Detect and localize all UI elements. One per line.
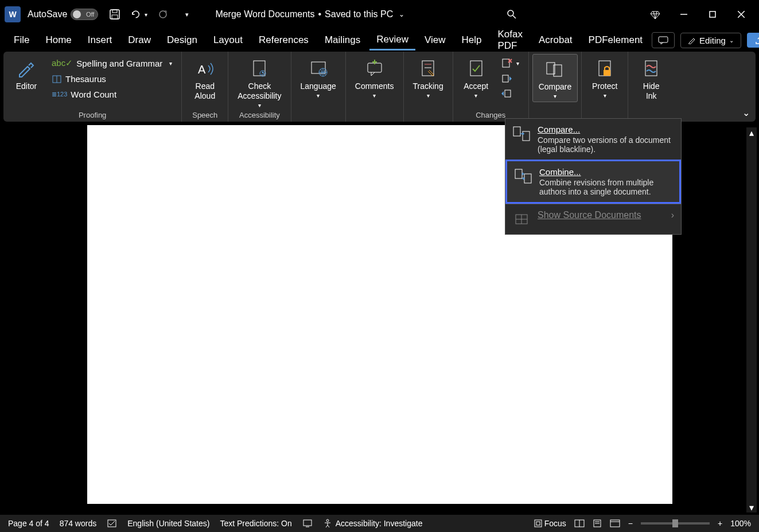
language-button[interactable]: Language ▾ xyxy=(295,54,342,101)
svg-rect-25 xyxy=(470,61,482,76)
editor-icon xyxy=(16,56,37,81)
status-bar: Page 4 of 4 874 words English (United St… xyxy=(0,515,759,532)
accept-icon xyxy=(466,56,486,81)
minimize-button[interactable] xyxy=(671,4,697,25)
svg-rect-39 xyxy=(524,174,531,183)
compare-menu-icon xyxy=(512,125,531,143)
spelling-grammar-button[interactable]: abc✓ Spelling and Grammar ▾ xyxy=(48,56,176,70)
tracking-button[interactable]: Tracking ▾ xyxy=(407,54,449,101)
scroll-up-button[interactable]: ▴ xyxy=(746,127,757,138)
toggle-knob xyxy=(73,10,81,18)
compare-button[interactable]: Compare ▾ xyxy=(532,54,578,102)
comments-button[interactable]: Comments ▾ xyxy=(349,54,400,101)
word-count-status[interactable]: 874 words xyxy=(60,519,97,528)
hide-ink-button[interactable]: Hide Ink xyxy=(632,54,671,103)
diamond-icon[interactable] xyxy=(642,4,668,25)
reject-button[interactable]: ▾ xyxy=(498,56,523,70)
zoom-level[interactable]: 100% xyxy=(730,519,751,528)
qat-customize[interactable]: ▾ xyxy=(178,6,196,23)
account-area[interactable] xyxy=(536,4,640,25)
tab-design[interactable]: Design xyxy=(160,31,204,49)
svg-rect-37 xyxy=(523,131,530,141)
svg-rect-38 xyxy=(515,169,522,178)
show-source-menu-item: Show Source Documents › xyxy=(505,204,681,234)
search-button[interactable] xyxy=(507,9,517,20)
svg-rect-36 xyxy=(513,127,520,136)
pencil-icon xyxy=(688,36,696,44)
tab-draw[interactable]: Draw xyxy=(121,31,158,49)
protect-button[interactable]: Protect ▾ xyxy=(585,54,624,101)
accept-button[interactable]: Accept ▾ xyxy=(457,54,496,101)
web-layout-button[interactable] xyxy=(610,519,620,527)
chevron-down-icon[interactable]: ⌄ xyxy=(399,10,404,18)
share-button[interactable]: ⌄ xyxy=(747,33,759,48)
text-predictions-status[interactable]: Text Predictions: On xyxy=(220,519,291,528)
tab-layout[interactable]: Layout xyxy=(207,31,250,49)
tab-view[interactable]: View xyxy=(418,31,453,49)
undo-button[interactable]: ▾ xyxy=(130,6,147,23)
svg-rect-35 xyxy=(645,61,657,76)
editor-button[interactable]: Editor xyxy=(7,54,46,94)
display-settings-icon[interactable] xyxy=(302,519,313,528)
tab-home[interactable]: Home xyxy=(38,31,78,49)
comments-icon xyxy=(364,56,385,81)
spellcheck-status-icon[interactable] xyxy=(107,519,117,528)
compare-title: Compare... xyxy=(538,125,674,134)
scroll-down-button[interactable]: ▾ xyxy=(746,502,757,512)
check-accessibility-button[interactable]: Check Accessibility ▾ xyxy=(232,54,287,111)
ribbon-collapse-button[interactable]: ⌄ xyxy=(742,107,750,118)
svg-rect-0 xyxy=(110,10,119,19)
ribbon: Editor abc✓ Spelling and Grammar ▾ Thesa… xyxy=(3,52,756,122)
maximize-button[interactable] xyxy=(699,4,726,25)
thesaurus-icon xyxy=(52,75,62,84)
spelling-icon: abc✓ xyxy=(52,58,73,68)
tab-help[interactable]: Help xyxy=(455,31,489,49)
accessibility-status[interactable]: Accessibility: Investigate xyxy=(323,519,423,528)
accessibility-icon xyxy=(249,56,270,81)
autosave-toggle[interactable]: AutoSave Off xyxy=(28,9,98,20)
read-mode-button[interactable] xyxy=(574,519,585,527)
svg-rect-7 xyxy=(710,11,715,17)
combine-menu-icon xyxy=(514,167,532,185)
compare-menu-item[interactable]: Compare... Compare two versions of a doc… xyxy=(505,119,681,160)
zoom-out-button[interactable]: − xyxy=(628,519,633,528)
autosave-label: AutoSave xyxy=(28,9,67,20)
zoom-slider[interactable] xyxy=(641,522,710,525)
toggle-state: Off xyxy=(86,11,94,18)
tab-mailings[interactable]: Mailings xyxy=(318,31,367,49)
print-layout-button[interactable] xyxy=(593,519,602,527)
proofing-group-label: Proofing xyxy=(7,111,178,121)
comments-pane-button[interactable] xyxy=(652,32,675,48)
tab-acrobat[interactable]: Acrobat xyxy=(532,31,579,49)
compare-desc: Compare two versions of a document (lega… xyxy=(538,135,674,154)
combine-menu-item[interactable]: Combine... Combine revisions from multip… xyxy=(505,160,681,204)
svg-point-4 xyxy=(508,10,513,16)
close-button[interactable] xyxy=(728,4,754,25)
tab-review[interactable]: Review xyxy=(369,30,415,51)
language-status[interactable]: English (United States) xyxy=(127,519,209,528)
redo-button[interactable] xyxy=(154,6,172,23)
tab-insert[interactable]: Insert xyxy=(81,31,119,49)
toggle-switch[interactable]: Off xyxy=(71,9,98,20)
editing-mode-button[interactable]: Editing ⌄ xyxy=(680,33,741,48)
tab-file[interactable]: File xyxy=(7,31,36,49)
next-change-button[interactable] xyxy=(498,87,523,100)
tab-kofax[interactable]: Kofax PDF xyxy=(491,25,530,55)
focus-button[interactable]: Focus xyxy=(534,519,566,528)
thesaurus-button[interactable]: Thesaurus xyxy=(48,72,176,86)
svg-rect-14 xyxy=(254,61,265,76)
previous-change-button[interactable] xyxy=(498,72,523,85)
page-indicator[interactable]: Page 4 of 4 xyxy=(8,519,49,528)
read-aloud-button[interactable]: A Read Aloud xyxy=(185,54,224,103)
zoom-slider-knob[interactable] xyxy=(672,519,678,527)
zoom-in-button[interactable]: + xyxy=(718,519,722,528)
save-button[interactable] xyxy=(106,6,123,23)
word-count-button[interactable]: ≣123 Word Count xyxy=(48,88,176,101)
combine-title: Combine... xyxy=(539,167,672,177)
tab-references[interactable]: References xyxy=(252,31,316,49)
vertical-scrollbar[interactable]: ▴ ▾ xyxy=(746,127,757,512)
title-bar: W AutoSave Off ▾ ▾ Merge Word Documents … xyxy=(0,0,759,29)
svg-rect-10 xyxy=(659,37,668,42)
tab-pdfelement[interactable]: PDFelement xyxy=(582,31,649,49)
document-title[interactable]: Merge Word Documents • Saved to this PC … xyxy=(215,9,404,20)
